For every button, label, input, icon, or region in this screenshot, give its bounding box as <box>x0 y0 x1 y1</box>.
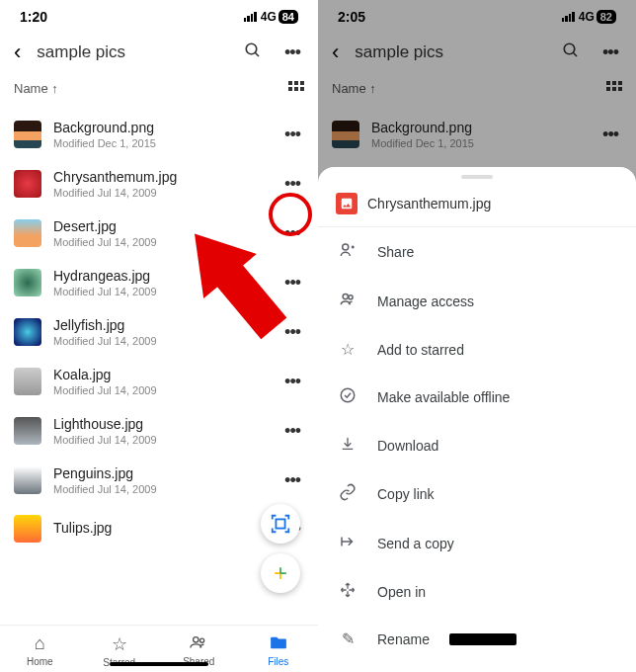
pencil-icon: ✎ <box>338 630 358 648</box>
people-icon <box>338 291 358 312</box>
signal-icon <box>244 12 257 22</box>
sheet-copy-link[interactable]: Copy link <box>318 469 636 519</box>
file-name: Chrysanthemum.jpg <box>53 169 269 185</box>
svg-rect-7 <box>300 87 304 91</box>
file-thumbnail <box>14 269 41 296</box>
file-row[interactable]: Jellyfish.jpgModified Jul 14, 2009••• <box>14 307 304 357</box>
file-row[interactable]: Koala.jpgModified Jul 14, 2009••• <box>14 357 304 406</box>
svg-rect-4 <box>300 81 304 85</box>
search-icon[interactable] <box>241 42 265 63</box>
sheet-label: Make available offline <box>377 389 510 405</box>
file-name: Hydrangeas.jpg <box>53 268 269 284</box>
file-thumbnail <box>14 368 41 395</box>
file-more-icon[interactable]: ••• <box>598 125 622 145</box>
svg-point-0 <box>246 43 257 54</box>
file-modified: Modified Jul 14, 2009 <box>53 236 269 248</box>
sheet-label: Share <box>377 244 414 260</box>
send-icon <box>338 533 358 554</box>
file-row[interactable]: Background.pngModified Dec 1, 2015••• <box>332 110 622 159</box>
file-modified: Modified Jul 14, 2009 <box>53 286 269 297</box>
sheet-offline[interactable]: Make available offline <box>318 373 636 422</box>
offline-icon <box>338 386 358 408</box>
file-more-icon[interactable]: ••• <box>280 470 304 491</box>
file-name: Koala.jpg <box>53 367 269 382</box>
file-row[interactable]: Desert.jpgModified Jul 14, 2009••• <box>14 209 304 258</box>
sheet-share[interactable]: Share <box>318 227 636 277</box>
signal-icon <box>562 12 575 22</box>
file-thumbnail <box>14 318 41 346</box>
sheet-open-in[interactable]: Open in <box>318 568 636 616</box>
file-modified: Modified Dec 1, 2015 <box>371 137 587 149</box>
star-icon: ☆ <box>338 340 358 359</box>
svg-rect-13 <box>606 81 610 85</box>
file-more-icon[interactable]: ••• <box>280 125 304 145</box>
svg-point-20 <box>343 294 348 298</box>
person-add-icon <box>338 241 358 263</box>
file-more-icon[interactable]: ••• <box>280 322 304 343</box>
folder-icon <box>239 633 319 654</box>
file-modified: Modified Jul 14, 2009 <box>53 434 269 446</box>
action-sheet: Chrysanthemum.jpg Share Manage access ☆A… <box>318 167 636 672</box>
sheet-header: Chrysanthemum.jpg <box>318 187 636 227</box>
file-thumbnail <box>332 121 359 148</box>
file-more-icon[interactable]: ••• <box>280 421 304 442</box>
file-thumbnail <box>14 219 41 247</box>
network-label: 4G <box>261 10 277 24</box>
status-time: 2:05 <box>338 9 365 25</box>
svg-rect-6 <box>294 87 298 91</box>
plus-icon: + <box>274 559 287 587</box>
status-bar: 2:05 4G 82 <box>318 0 636 30</box>
file-row[interactable]: Hydrangeas.jpgModified Jul 14, 2009••• <box>14 258 304 307</box>
file-more-icon[interactable]: ••• <box>280 223 304 244</box>
back-button[interactable]: ‹ <box>332 40 339 65</box>
file-modified: Modified Jul 14, 2009 <box>53 187 269 199</box>
grid-view-icon[interactable] <box>288 81 304 100</box>
sheet-star[interactable]: ☆Add to starred <box>318 326 636 373</box>
file-row[interactable]: Penguins.jpgModified Jul 14, 2009••• <box>14 456 304 505</box>
file-row[interactable]: Chrysanthemum.jpgModified Jul 14, 2009••… <box>14 159 304 209</box>
file-name: Jellyfish.jpg <box>53 317 269 333</box>
file-more-icon[interactable]: ••• <box>280 273 304 294</box>
sheet-send-copy[interactable]: Send a copy <box>318 519 636 568</box>
battery-badge: 84 <box>278 10 298 24</box>
svg-rect-15 <box>618 81 622 85</box>
add-fab[interactable]: + <box>261 553 300 593</box>
svg-point-19 <box>343 244 349 250</box>
sheet-label: Open in <box>377 584 426 600</box>
status-time: 1:20 <box>20 9 47 25</box>
back-button[interactable]: ‹ <box>14 40 21 65</box>
nav-files[interactable]: Files <box>239 626 319 672</box>
more-icon[interactable]: ••• <box>280 42 304 63</box>
page-title: sample pics <box>355 42 543 62</box>
sort-toggle[interactable]: Name ↑ <box>14 81 58 100</box>
svg-rect-14 <box>612 81 616 85</box>
more-icon[interactable]: ••• <box>598 42 622 63</box>
sheet-label: Copy link <box>377 486 435 502</box>
sheet-download[interactable]: Download <box>318 422 636 469</box>
file-list: Background.pngModified Dec 1, 2015••• Ch… <box>0 110 318 552</box>
grid-view-icon[interactable] <box>606 81 622 100</box>
download-icon <box>338 436 358 456</box>
file-thumbnail <box>14 466 41 494</box>
file-thumbnail <box>14 170 41 198</box>
file-row[interactable]: Background.pngModified Dec 1, 2015••• <box>14 110 304 159</box>
file-row[interactable]: Lighthouse.jpgModified Jul 14, 2009••• <box>14 406 304 456</box>
status-right: 4G 84 <box>244 10 298 24</box>
sheet-manage-access[interactable]: Manage access <box>318 277 636 326</box>
svg-point-9 <box>194 637 199 642</box>
sheet-rename[interactable]: ✎Rename <box>318 616 636 662</box>
sheet-handle[interactable] <box>461 175 493 179</box>
image-icon <box>336 193 358 214</box>
star-icon: ☆ <box>80 633 160 655</box>
file-name: Tulips.jpg <box>53 520 269 536</box>
sheet-title: Chrysanthemum.jpg <box>367 196 491 211</box>
redacted-text <box>449 633 517 645</box>
nav-home[interactable]: ⌂Home <box>0 626 80 672</box>
file-more-icon[interactable]: ••• <box>280 174 304 195</box>
scan-fab[interactable] <box>261 504 300 544</box>
search-icon[interactable] <box>559 42 583 63</box>
sort-toggle[interactable]: Name ↑ <box>332 81 376 100</box>
file-more-icon[interactable]: ••• <box>280 372 304 392</box>
file-thumbnail <box>14 515 41 543</box>
shared-icon <box>159 633 239 654</box>
